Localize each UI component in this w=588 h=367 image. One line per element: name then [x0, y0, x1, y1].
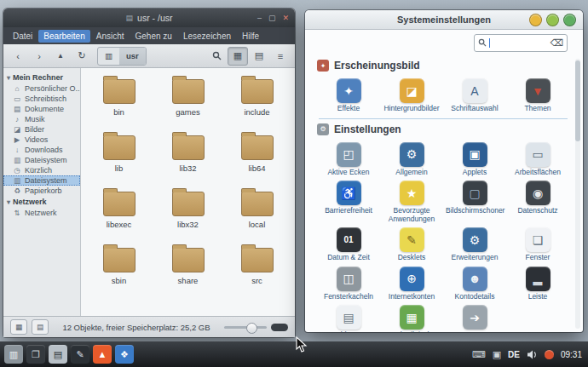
search-input[interactable] — [493, 37, 547, 49]
settings-item-fensterkacheln[interactable]: ◫Fensterkacheln — [317, 264, 380, 303]
settings-item-kontodetails[interactable]: ☻Kontodetails — [443, 264, 506, 303]
settings-item-schreibtisch[interactable]: ▦Schreibtisch — [380, 302, 443, 332]
scrollbar[interactable] — [575, 59, 580, 329]
folder-item-lib[interactable]: lib — [84, 131, 153, 187]
close-icon[interactable] — [563, 14, 576, 26]
folder-item-lib32[interactable]: lib32 — [153, 131, 222, 187]
settings-item-erweiterungen[interactable]: ⚙Erweiterungen — [443, 225, 506, 264]
computer-section-header[interactable]: ▾ Mein Rechner — [3, 72, 80, 83]
settings-item-effekte[interactable]: ✦Effekte — [317, 76, 380, 115]
settings-item-arbeitsflaechen[interactable]: ▭Arbeitsflächen — [506, 140, 569, 179]
grid-view-button[interactable]: ▦ — [228, 47, 248, 66]
show-desktop-button[interactable]: ❐ — [26, 345, 45, 364]
sidebar-item-trash[interactable]: ♻Papierkorb — [3, 186, 80, 196]
toggle-places-button[interactable]: ▦ — [10, 319, 27, 335]
sidebar-item-videos[interactable]: ▶Videos — [3, 135, 80, 145]
forward-button[interactable]: › — [29, 47, 49, 66]
settings-item-applets[interactable]: ▣Applets — [443, 140, 506, 179]
sidebar-item-documents[interactable]: ▤Dokumente — [3, 104, 80, 114]
breadcrumb-segment-usr[interactable]: usr — [119, 48, 146, 65]
folder-item-games[interactable]: games — [153, 75, 222, 131]
settings-item-internetkonten[interactable]: ⊕Internetkonten — [380, 264, 443, 303]
search-icon[interactable] — [206, 47, 227, 66]
network-section-header[interactable]: ▾ Netzwerk — [3, 196, 80, 208]
settings-item-schriftauswahl[interactable]: ASchriftauswahl — [443, 76, 506, 115]
settings-item-bevorzugte-anwendungen[interactable]: ★Bevorzugte Anwendungen — [380, 178, 443, 225]
menu-button[interactable]: ▥ — [4, 345, 23, 364]
clear-search-icon[interactable]: ⌫ — [550, 37, 563, 49]
sidebar-item-filesystem[interactable]: ▥Dateisystem — [3, 155, 80, 165]
settings-item-label: Bildschirmschoner — [446, 207, 504, 215]
settings-item-bildschirmschoner[interactable]: ▢Bildschirmschoner — [443, 178, 506, 225]
menu-ansicht[interactable]: Ansicht — [91, 30, 130, 43]
menu-bearbeiten[interactable]: Bearbeiten — [38, 30, 89, 43]
file-manager-titlebar[interactable]: ▤ usr - /usr – ▢ ✕ — [3, 9, 295, 27]
keyboard-tray-icon[interactable]: ⌨ — [472, 349, 486, 360]
settings-item-barrierefreiheit[interactable]: ♿Barrierefreiheit — [317, 178, 380, 225]
notification-tray-icon[interactable] — [545, 350, 554, 359]
settings-item-leiste[interactable]: ▂Leiste — [506, 264, 569, 303]
settings-item-desklets[interactable]: ✎Desklets — [380, 225, 443, 264]
sidebar-item-pictures[interactable]: ◪Bilder — [3, 124, 80, 135]
settings-item-startprogramme[interactable]: ➔Startprogramme — [443, 302, 506, 332]
menu-lesezeichen[interactable]: Lesezeichen — [178, 30, 236, 43]
sidebar-item-recent[interactable]: ◷Kürzlich — [3, 165, 80, 175]
scrollbar-thumb[interactable] — [575, 60, 580, 141]
close-icon[interactable]: ✕ — [282, 14, 289, 22]
back-button[interactable]: ‹ — [8, 47, 28, 66]
zoom-slider-thumb[interactable] — [246, 323, 257, 334]
folder-item-libexec[interactable]: libexec — [84, 187, 153, 244]
folder-item-share[interactable]: share — [153, 244, 222, 300]
folder-item-lib64[interactable]: lib64 — [222, 131, 291, 187]
settings-item-datenschutz[interactable]: ◉Datenschutz — [506, 178, 569, 225]
up-button[interactable]: ▲ — [50, 47, 71, 66]
settings-item-hintergrundbilder[interactable]: ◪Hintergrundbilder — [380, 76, 443, 115]
sidebar-item-music[interactable]: ♪Musik — [3, 114, 80, 124]
search-box[interactable]: ⌫ — [474, 34, 568, 52]
settings-item-datum-zeit[interactable]: 01Datum & Zeit — [317, 225, 380, 264]
clock[interactable]: 09:31 — [561, 350, 584, 359]
menu-hilfe[interactable]: Hilfe — [237, 30, 264, 43]
app-tray-icon[interactable]: ▣ — [493, 349, 501, 360]
menu-gehen-zu[interactable]: Gehen zu — [130, 30, 177, 43]
folder-item-include[interactable]: include — [222, 75, 291, 131]
brave-launcher[interactable]: ▲ — [93, 345, 112, 364]
folder-item-local[interactable]: local — [222, 187, 291, 244]
settings-item-themen[interactable]: ▼Themen — [506, 76, 569, 115]
settings-item-label: Arbeitsflächen — [515, 169, 561, 177]
settings-item-aktive-ecken[interactable]: ◰Aktive Ecken — [317, 140, 380, 179]
volume-icon[interactable] — [527, 349, 538, 360]
sidebar-item-downloads[interactable]: ↓Downloads — [3, 145, 80, 155]
zoom-slider-track[interactable] — [224, 326, 267, 329]
refresh-button[interactable]: ↻ — [72, 47, 92, 66]
folder-item-bin[interactable]: bin — [84, 75, 153, 131]
folder-item-src[interactable]: src — [222, 244, 291, 300]
maximize-icon[interactable]: ▢ — [268, 14, 276, 22]
hamburger-menu-icon[interactable]: ≡ — [270, 47, 291, 66]
sidebar-item-network[interactable]: ⇅Netzwerk — [3, 208, 80, 218]
minimize-icon[interactable] — [529, 14, 542, 26]
settings-item-fenster[interactable]: ❏Fenster — [506, 225, 569, 264]
minimize-icon[interactable]: – — [257, 14, 262, 22]
chat-launcher[interactable]: ❖ — [115, 345, 134, 364]
sidebar-item-desktop[interactable]: ▭Schreibtisch — [3, 94, 80, 104]
list-view-button[interactable]: ▤ — [249, 47, 269, 66]
sidebar-item-home[interactable]: ⌂Persönlicher O... — [3, 83, 80, 94]
maximize-icon[interactable] — [546, 14, 559, 26]
zoom-icon — [271, 324, 288, 331]
settings-item-allgemein[interactable]: ⚙Allgemein — [380, 140, 443, 179]
editor-launcher[interactable]: ✎ — [71, 345, 89, 364]
files-launcher[interactable]: ▤ — [49, 345, 67, 364]
settings-item-meldungen[interactable]: ▤Meldungen — [317, 302, 380, 332]
zoom-slider[interactable] — [224, 324, 288, 331]
breadcrumb-root-icon[interactable]: ▥ — [98, 48, 119, 65]
toolbar: ‹ › ▲ ↻ ▥ usr ▦ ▤ ≡ — [3, 44, 295, 68]
toggle-treeview-button[interactable]: ▤ — [32, 319, 49, 335]
folder-item-sbin[interactable]: sbin — [84, 244, 153, 300]
sidebar-item-filesystem-selected[interactable]: ▥Dateisystem — [3, 175, 80, 186]
keyboard-layout-indicator[interactable]: DE — [508, 350, 520, 359]
settings-titlebar[interactable]: Systemeinstellungen — [305, 10, 583, 30]
folder-item-libx32[interactable]: libx32 — [153, 187, 222, 244]
menu-datei[interactable]: Datei — [8, 30, 37, 43]
section-label: Mein Rechner — [13, 73, 63, 82]
